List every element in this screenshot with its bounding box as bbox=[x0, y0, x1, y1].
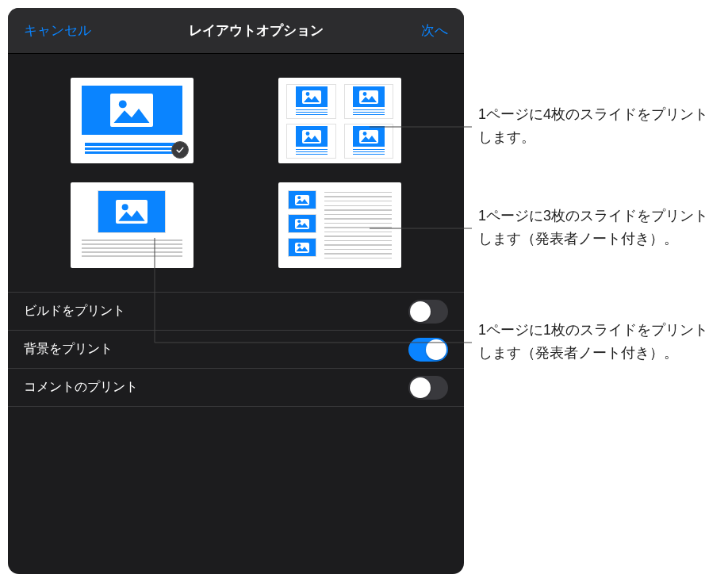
setting-label: コメントのプリント bbox=[24, 379, 138, 396]
svg-point-5 bbox=[122, 204, 128, 210]
setting-print-background: 背景をプリント bbox=[8, 331, 464, 369]
panel-title: レイアウトオプション bbox=[189, 21, 324, 40]
next-button[interactable]: 次へ bbox=[421, 21, 448, 40]
setting-print-comments: コメントのプリント bbox=[8, 369, 464, 407]
layout-option-one-slide-notes[interactable] bbox=[71, 182, 193, 268]
checkmark-icon bbox=[171, 141, 189, 159]
setting-print-builds: ビルドをプリント bbox=[8, 293, 464, 331]
layout-option-single-slide[interactable] bbox=[71, 78, 193, 163]
cancel-button[interactable]: キャンセル bbox=[24, 21, 91, 40]
toggle-print-background[interactable] bbox=[408, 338, 448, 362]
layout-option-four-slides[interactable] bbox=[278, 78, 401, 163]
toggle-print-builds[interactable] bbox=[408, 300, 448, 324]
setting-label: 背景をプリント bbox=[24, 341, 113, 358]
toggle-print-comments[interactable] bbox=[408, 376, 448, 400]
callout-three-slides: 1ページに3枚のスライドをプリントします（発表者ノート付き）。 bbox=[478, 205, 716, 251]
svg-point-6 bbox=[298, 196, 301, 199]
layout-option-three-slides-notes[interactable] bbox=[278, 182, 401, 268]
svg-point-7 bbox=[298, 220, 301, 223]
callout-one-slide: 1ページに1枚のスライドをプリントします（発表者ノート付き）。 bbox=[478, 319, 716, 365]
settings-list: ビルドをプリント 背景をプリント コメントのプリント bbox=[8, 292, 464, 407]
svg-point-2 bbox=[363, 92, 367, 96]
svg-point-1 bbox=[305, 92, 309, 96]
svg-point-8 bbox=[298, 243, 301, 247]
svg-point-0 bbox=[119, 100, 127, 108]
callout-four-slides: 1ページに4枚のスライドをプリントします。 bbox=[478, 103, 716, 149]
panel-header: キャンセル レイアウトオプション 次へ bbox=[8, 8, 464, 54]
layout-options-panel: キャンセル レイアウトオプション 次へ bbox=[8, 8, 464, 574]
layout-grid bbox=[8, 54, 464, 284]
setting-label: ビルドをプリント bbox=[24, 303, 125, 320]
svg-point-4 bbox=[363, 132, 367, 136]
svg-point-3 bbox=[305, 132, 309, 136]
